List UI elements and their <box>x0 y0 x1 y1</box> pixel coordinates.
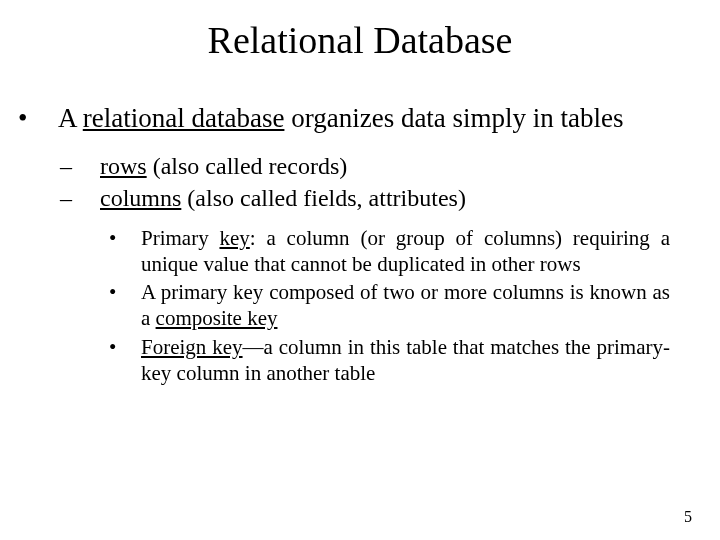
subsub-bullet-composite-key: •A primary key composed of two or more c… <box>125 279 670 332</box>
subsub-bullet-foreign-key: •Foreign key—a column in this table that… <box>125 334 670 387</box>
dash-marker: – <box>80 150 100 182</box>
dash-marker: – <box>80 182 100 214</box>
page-number: 5 <box>684 508 692 526</box>
bullet-text-pre: A <box>58 103 83 133</box>
sub-text-post: (also called records) <box>147 153 348 179</box>
sub-text-underline: rows <box>100 153 147 179</box>
sub-text-post: (also called fields, attributes) <box>181 185 466 211</box>
subsub-text-underline: composite key <box>156 306 278 330</box>
subsub-text-underline: Foreign key <box>141 335 243 359</box>
sub-bullet-columns: –columns (also called fields, attributes… <box>80 182 690 214</box>
sub-bullet-rows: –rows (also called records) <box>80 150 690 182</box>
sub-bullet-group: –rows (also called records) –columns (al… <box>80 150 690 215</box>
dot-marker: • <box>125 279 141 305</box>
dot-marker: • <box>125 225 141 251</box>
dot-marker: • <box>125 334 141 360</box>
subsub-bullet-group: •Primary key: a column (or group of colu… <box>125 225 670 387</box>
bullet-text-post: organizes data simply in tables <box>284 103 623 133</box>
bullet-level1: •A relational database organizes data si… <box>30 102 690 136</box>
subsub-text-pre: Primary <box>141 226 219 250</box>
subsub-bullet-primary-key: •Primary key: a column (or group of colu… <box>125 225 670 278</box>
slide-title: Relational Database <box>30 18 690 62</box>
sub-text-underline: columns <box>100 185 181 211</box>
bullet-marker: • <box>38 102 58 136</box>
subsub-text-underline: key <box>219 226 249 250</box>
bullet-text-underline: relational database <box>83 103 285 133</box>
